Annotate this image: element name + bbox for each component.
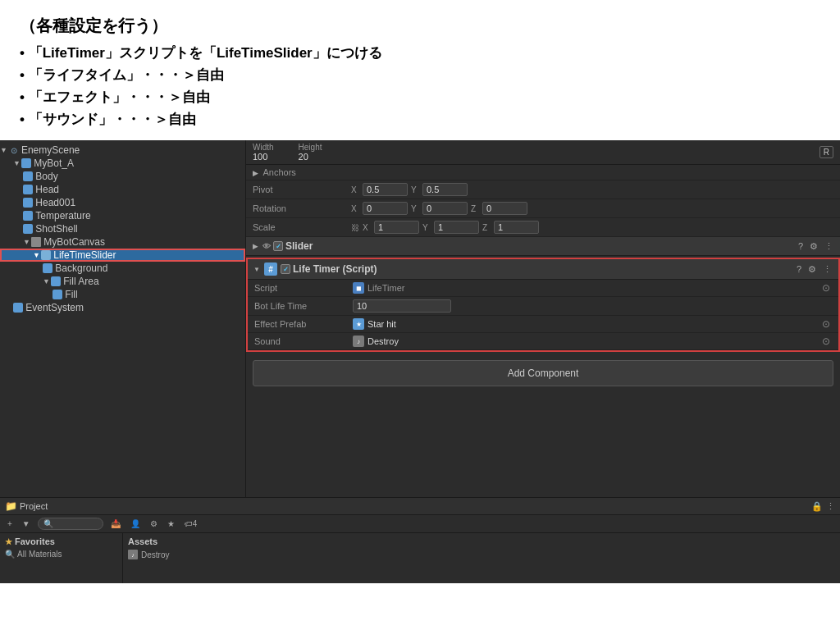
audio-icon: ♪ (353, 336, 364, 347)
pivot-x-input[interactable] (363, 183, 408, 196)
options-icon: ⋮ (826, 501, 835, 512)
star-btn[interactable]: ★ (165, 518, 177, 529)
life-timer-checkbox[interactable]: ✓ (281, 264, 290, 274)
hierarchy-label-shotshell: ShotShell (35, 223, 77, 235)
gear-btn[interactable]: ⚙ (148, 518, 160, 529)
y-axis-label: Y (411, 185, 419, 194)
add-btn[interactable]: + (5, 518, 15, 529)
life-timer-settings-btn[interactable]: ⚙ (806, 264, 818, 275)
asset-destroy-label: Destroy (141, 550, 169, 559)
scale-row: Scale ⛓ X Y Z (246, 218, 840, 237)
life-timer-toggle[interactable]: ▼ (253, 265, 261, 273)
search-input[interactable] (38, 518, 103, 530)
pivot-value: X Y (351, 183, 833, 196)
tag-btn[interactable]: 🏷4 (182, 518, 200, 529)
dropdown-btn[interactable]: ▼ (20, 518, 33, 529)
scene-icon: ⊙ (8, 144, 20, 156)
sound-name: Destroy (368, 336, 399, 346)
life-timer-help-btn[interactable]: ? (795, 264, 803, 274)
hierarchy-label-lifetimeslider: LifeTimeSlider (53, 249, 116, 261)
cube-icon-fillarea (51, 276, 61, 286)
arrow-down-icon-5: ▼ (43, 277, 50, 285)
scale-y-input[interactable] (434, 221, 479, 234)
bot-life-time-input[interactable] (353, 299, 451, 313)
hierarchy-label-background: Background (55, 262, 107, 274)
hierarchy-item-body[interactable]: Body (0, 170, 245, 183)
favorites-label: Favorites (15, 536, 55, 546)
scale-label: Scale (253, 222, 351, 232)
hierarchy-item-head001[interactable]: Head001 (0, 196, 245, 209)
bottom-content: ★ Favorites 🔍 All Materials Assets ♪ Des… (0, 533, 840, 583)
script-icon: ◼ (353, 282, 364, 294)
slider-settings-btn[interactable]: ⚙ (808, 241, 819, 252)
rotation-x-input[interactable] (363, 202, 408, 215)
fav-all-materials[interactable]: 🔍 All Materials (5, 549, 117, 559)
folder-icon: 📁 (5, 500, 16, 512)
sound-label: Sound (254, 336, 353, 346)
r-button[interactable]: R (819, 146, 833, 158)
hierarchy-item-fillarea[interactable]: ▼ Fill Area (0, 275, 245, 288)
add-component-button[interactable]: Add Component (253, 360, 833, 386)
hierarchy-item-temperature[interactable]: Temperature (0, 209, 245, 222)
rotation-y-input[interactable] (422, 202, 468, 215)
rotation-z-input[interactable] (482, 202, 527, 215)
life-timer-menu-btn[interactable]: ⋮ (821, 264, 833, 275)
bullet-3: 「エフェクト」・・・＞自由 (20, 88, 820, 107)
hierarchy-item-eventsystem[interactable]: EventSystem (0, 301, 245, 314)
hierarchy-item-shotshell[interactable]: ShotShell (0, 222, 245, 235)
bottom-header: 📁 Project 🔒 ⋮ (0, 498, 840, 515)
slider-checkbox[interactable]: ✓ (273, 241, 283, 251)
hierarchy-item-fill[interactable]: Fill (0, 288, 245, 301)
bot-life-time-row: Bot Life Time (248, 297, 838, 316)
bot-life-time-label: Bot Life Time (254, 301, 353, 311)
rot-z-label: Z (471, 204, 479, 213)
hierarchy-item-background[interactable]: Background (0, 262, 245, 275)
hierarchy-item-enemyscene[interactable]: ▼ ⊙ EnemyScene (0, 144, 245, 157)
cube-icon-fill (52, 290, 62, 299)
hierarchy-label-head001: Head001 (35, 197, 75, 208)
slider-toggle[interactable]: ▶ (251, 242, 259, 250)
hierarchy-item-mybota[interactable]: ▼ MyBot_A (0, 157, 245, 170)
pivot-label: Pivot (253, 185, 351, 194)
rotation-value: X Y Z (351, 202, 833, 215)
life-timer-section: ▼ # ✓ Life Timer (Script) ? ⚙ ⋮ Script ◼… (246, 258, 840, 352)
hierarchy-label-eventsystem: EventSystem (25, 302, 84, 313)
top-section: （各種設定を行う） 「LifeTimer」スクリプトを「LifeTimeSlid… (0, 0, 840, 140)
life-timer-header: ▼ # ✓ Life Timer (Script) ? ⚙ ⋮ (248, 259, 838, 280)
hierarchy-label-fillarea: Fill Area (63, 276, 98, 287)
assets-panel: Assets ♪ Destroy (123, 533, 840, 583)
pivot-row: Pivot X Y (246, 180, 840, 199)
rotation-label: Rotation (253, 203, 351, 213)
hash-icon: # (264, 262, 277, 276)
hierarchy-panel: ▼ ⊙ EnemyScene ▼ MyBot_A Body Head Head0… (0, 140, 246, 497)
hierarchy-label-fill: Fill (65, 289, 77, 300)
bullet-list: 「LifeTimer」スクリプトを「LifeTimeSlider」につける 「ラ… (20, 43, 820, 129)
audio-file-icon: ♪ (128, 550, 138, 559)
scale-x-input[interactable] (374, 221, 419, 234)
hierarchy-item-mybotcanvas[interactable]: ▼ MyBotCanvas (0, 235, 245, 249)
hierarchy-item-lifetimeslider[interactable]: ▼ LifeTimeSlider (0, 249, 245, 262)
import2-btn[interactable]: 👤 (128, 518, 143, 529)
scale-z-input[interactable] (494, 221, 539, 234)
cube-icon-mybota (21, 158, 31, 168)
script-target-btn[interactable]: ⊙ (820, 282, 832, 294)
hierarchy-item-head[interactable]: Head (0, 183, 245, 196)
add-component-area: Add Component (246, 354, 840, 393)
width-value: 100 (253, 152, 267, 162)
effect-target-btn[interactable]: ⊙ (820, 318, 832, 330)
import-btn[interactable]: 📥 (108, 518, 123, 529)
effect-prefab-name: Star hit (368, 319, 396, 329)
sound-target-btn[interactable]: ⊙ (820, 336, 832, 347)
wh-row: Width 100 Height 20 R (246, 140, 840, 165)
cube-icon-background (43, 263, 52, 273)
star-icon: ★ (353, 318, 364, 330)
slider-help-btn[interactable]: ? (797, 241, 805, 251)
bot-life-time-value (353, 299, 832, 313)
hierarchy-label-enemyscene: EnemyScene (21, 144, 80, 156)
cube-icon-temperature (23, 211, 33, 221)
pivot-y-input[interactable] (422, 183, 468, 196)
rotation-row: Rotation X Y Z (246, 199, 840, 218)
slider-menu-btn[interactable]: ⋮ (823, 241, 835, 252)
asset-destroy[interactable]: ♪ Destroy (128, 549, 835, 560)
anchors-toggle[interactable]: ▶ (253, 169, 258, 177)
